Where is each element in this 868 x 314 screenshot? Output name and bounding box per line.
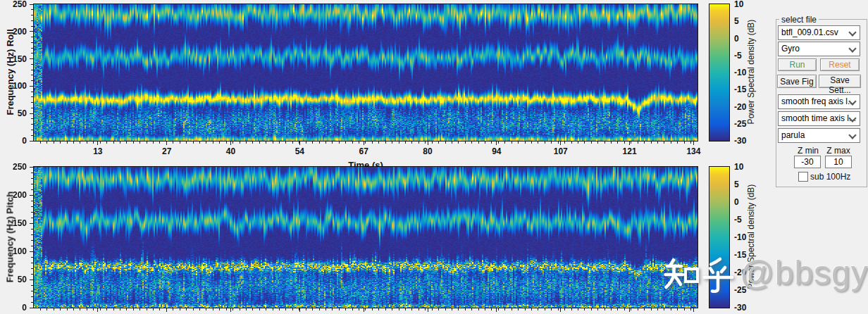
x-minor-tick <box>405 142 406 144</box>
sub-100hz-checkbox[interactable] <box>798 172 808 182</box>
y-tick <box>30 223 33 224</box>
x-minor-tick <box>452 308 452 310</box>
x-minor-tick <box>133 308 134 310</box>
watermark-handle: @bbsgyd <box>740 253 868 292</box>
colorbar-tick-label: 0 <box>734 34 739 44</box>
save-fig-button[interactable]: Save Fig <box>777 75 817 88</box>
x-minor-tick <box>531 308 532 310</box>
x-minor-tick <box>352 308 353 310</box>
reset-button[interactable]: Reset <box>820 58 860 71</box>
x-minor-tick <box>226 308 227 310</box>
x-minor-tick <box>471 308 472 310</box>
x-minor-tick <box>219 142 220 144</box>
x-minor-tick <box>677 308 678 310</box>
y-tick <box>30 167 33 168</box>
x-tick <box>299 308 300 312</box>
x-minor-tick <box>458 308 459 310</box>
x-minor-tick <box>359 142 359 144</box>
x-minor-tick <box>432 308 433 310</box>
x-minor-tick <box>186 142 187 144</box>
smooth-time-axis-dropdown[interactable]: smooth time axis l... <box>778 111 860 126</box>
x-minor-tick <box>319 308 320 310</box>
y-minor-tick <box>31 20 33 21</box>
y-minor-tick <box>31 218 33 218</box>
y-minor-tick <box>31 124 33 125</box>
chevron-down-icon <box>848 131 856 139</box>
colorbar-tick-label: -30 <box>734 136 746 146</box>
y-tick <box>30 308 33 308</box>
x-minor-tick <box>153 142 154 144</box>
x-minor-tick <box>525 308 526 310</box>
x-minor-tick <box>73 308 74 310</box>
x-minor-tick <box>87 308 87 310</box>
x-minor-tick <box>199 308 200 310</box>
x-minor-tick <box>46 142 47 144</box>
x-minor-tick <box>604 142 605 144</box>
chevron-down-icon <box>848 44 856 52</box>
colorbar-tick-label: -30 <box>734 303 746 313</box>
y-minor-tick <box>31 130 33 130</box>
zmin-input[interactable] <box>794 156 821 168</box>
colorbar-label: Power Spectral density (dB) <box>746 145 756 314</box>
y-minor-tick <box>31 201 33 201</box>
x-tick <box>693 142 694 145</box>
x-minor-tick <box>213 142 213 144</box>
file-select-dropdown[interactable]: btfl_009.01.csv <box>778 25 860 40</box>
x-minor-tick <box>80 308 80 310</box>
x-minor-tick <box>564 142 565 144</box>
x-tick-label: 121 <box>616 146 644 156</box>
y-minor-tick <box>31 172 33 173</box>
smooth-freq-axis-value: smooth freq axis l... <box>781 96 855 106</box>
x-minor-tick <box>485 308 485 310</box>
x-minor-tick <box>597 308 598 310</box>
x-minor-tick <box>332 142 333 144</box>
colormap-dropdown[interactable]: parula <box>778 128 860 143</box>
x-minor-tick <box>273 308 273 310</box>
run-button[interactable]: Run <box>778 58 817 71</box>
x-minor-tick <box>285 142 286 144</box>
x-minor-tick <box>624 142 625 144</box>
x-minor-tick <box>40 142 41 144</box>
x-tick-label: 54 <box>285 146 314 156</box>
x-minor-tick <box>113 308 114 310</box>
x-minor-tick <box>60 142 61 144</box>
x-minor-tick <box>120 308 120 310</box>
x-tick-label: 107 <box>547 146 575 156</box>
x-minor-tick <box>365 142 366 144</box>
x-minor-tick <box>385 308 386 310</box>
x-minor-tick <box>512 142 512 144</box>
x-minor-tick <box>67 142 68 144</box>
x-tick <box>97 308 98 312</box>
y-minor-tick <box>31 75 33 75</box>
x-minor-tick <box>140 308 140 310</box>
y-minor-tick <box>31 92 33 92</box>
y-minor-tick <box>31 9 33 10</box>
x-minor-tick <box>578 308 578 310</box>
x-minor-tick <box>193 308 194 310</box>
x-tick-label: 40 <box>217 146 245 156</box>
x-minor-tick <box>591 308 592 310</box>
colorbar-tick-label: -20 <box>734 268 746 277</box>
x-minor-tick <box>206 142 206 144</box>
file-select-value: btfl_009.01.csv <box>781 27 838 37</box>
x-tick <box>364 308 364 312</box>
x-minor-tick <box>252 142 253 144</box>
y-tick <box>30 280 33 280</box>
signal-select-dropdown[interactable]: Gyro <box>778 42 860 56</box>
x-minor-tick <box>432 142 433 144</box>
y-minor-tick <box>31 263 33 263</box>
x-minor-tick <box>478 142 479 144</box>
save-settings-button[interactable]: Save Sett... <box>819 75 861 88</box>
x-minor-tick <box>73 142 74 144</box>
x-minor-tick <box>226 142 227 144</box>
colorbar-tick-label: 5 <box>734 16 739 26</box>
zmax-input[interactable] <box>825 156 852 168</box>
x-minor-tick <box>147 308 147 310</box>
x-tick <box>97 142 98 145</box>
x-tick <box>230 308 231 312</box>
smooth-freq-axis-dropdown[interactable]: smooth freq axis l... <box>778 94 860 109</box>
x-minor-tick <box>512 308 512 310</box>
y-minor-tick <box>31 96 33 97</box>
y-minor-tick <box>31 212 33 213</box>
x-minor-tick <box>106 142 107 144</box>
